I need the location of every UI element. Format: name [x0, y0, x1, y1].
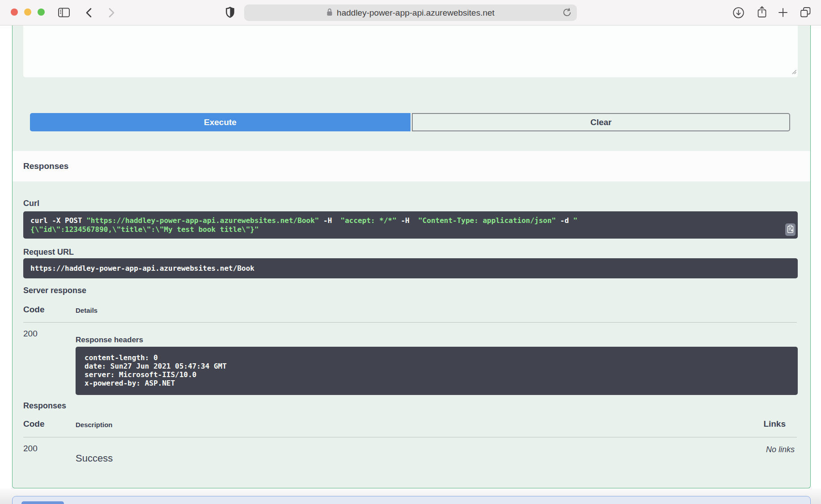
privacy-shield-icon [225, 13, 235, 20]
browser-toolbar: haddley-power-app-api.azurewebsites.net [0, 0, 821, 25]
request-body-textarea[interactable] [23, 25, 798, 77]
clear-button[interactable]: Clear [412, 113, 790, 131]
reload-icon [562, 12, 572, 19]
response-row-code: 200 [23, 444, 38, 454]
server-details-header: Details [76, 307, 97, 314]
download-icon [732, 13, 745, 20]
responses-heading: Responses [23, 161, 68, 171]
sidebar-toggle-button[interactable] [58, 7, 70, 19]
responses-header-band: Responses [13, 151, 810, 181]
responses-section-label: Responses [23, 401, 66, 411]
curl-command: curl -X POST "https://haddley-power-app-… [30, 216, 791, 234]
curl-label: Curl [23, 199, 39, 208]
request-url-label: Request URL [23, 248, 74, 257]
server-response-code: 200 [23, 329, 38, 339]
downloads-button[interactable] [732, 7, 745, 20]
privacy-report-button[interactable] [225, 6, 235, 20]
back-button[interactable] [85, 8, 93, 19]
tabs-overview-icon [800, 13, 812, 20]
window-zoom-button[interactable] [38, 8, 45, 16]
new-tab-icon [778, 13, 788, 19]
method-badge[interactable] [21, 501, 64, 504]
back-icon [85, 13, 93, 19]
responses-description-header: Description [76, 421, 113, 428]
server-response-label: Server response [23, 286, 86, 295]
reload-button[interactable] [562, 8, 572, 19]
forward-icon [108, 13, 115, 19]
resize-handle[interactable] [791, 68, 797, 76]
server-table-divider [23, 322, 797, 323]
responses-code-header: Code [23, 419, 45, 429]
window-minimize-button[interactable] [24, 8, 31, 16]
swagger-page: Execute Clear Responses Curl curl -X POS… [0, 25, 821, 504]
curl-block: curl -X POST "https://haddley-power-app-… [23, 211, 798, 239]
clipboard-copy-icon [787, 225, 794, 235]
responses-links-header: Links [763, 419, 786, 429]
server-code-header: Code [23, 305, 45, 315]
request-url-value: https://haddley-power-app-api.azurewebsi… [30, 264, 254, 273]
response-headers-label: Response headers [76, 336, 143, 344]
url-text: haddley-power-app-api.azurewebsites.net [337, 8, 495, 18]
response-row-links: No links [766, 445, 795, 454]
share-icon [756, 13, 768, 20]
response-row-description: Success [76, 453, 113, 464]
response-headers-block: content-length: 0 date: Sun27 Jun 2021 0… [76, 347, 798, 395]
share-button[interactable] [756, 5, 768, 20]
forward-button[interactable] [108, 8, 115, 19]
new-tab-button[interactable] [778, 7, 788, 19]
address-bar[interactable]: haddley-power-app-api.azurewebsites.net [244, 4, 577, 21]
lock-icon [326, 8, 333, 18]
copy-curl-button[interactable] [785, 223, 796, 236]
request-url-block: https://haddley-power-app-api.azurewebsi… [23, 258, 798, 278]
execute-button[interactable]: Execute [30, 113, 410, 131]
responses-table-divider [23, 437, 797, 437]
tabs-overview-button[interactable] [800, 6, 812, 20]
get-operation-block[interactable] [12, 496, 811, 504]
window-close-button[interactable] [11, 8, 18, 16]
post-operation-block: Execute Clear Responses Curl curl -X POS… [12, 25, 811, 488]
sidebar-toggle-icon [58, 13, 70, 19]
